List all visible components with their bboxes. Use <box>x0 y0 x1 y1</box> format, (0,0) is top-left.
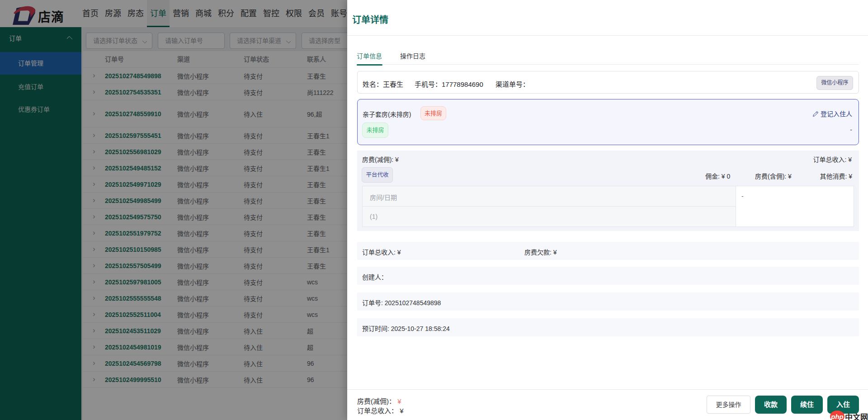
svg-text:中文网: 中文网 <box>845 413 868 420</box>
svg-text:php: php <box>830 413 844 420</box>
